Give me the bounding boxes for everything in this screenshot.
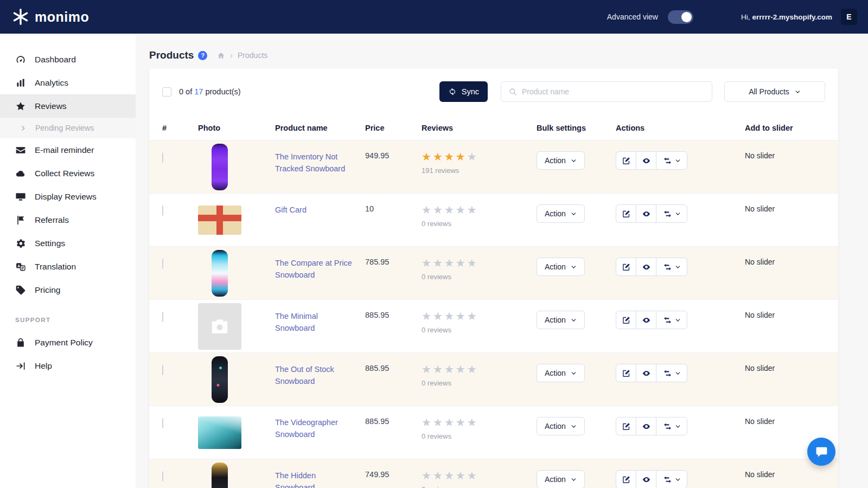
select-all-checkbox[interactable] [162,87,171,97]
product-price: 749.95 [365,459,422,479]
action-dropdown[interactable]: Action [537,204,585,223]
product-filter-dropdown[interactable]: All Products [724,81,825,102]
sidebar-item-pricing[interactable]: Pricing [0,278,136,301]
swap-dropdown-button[interactable] [656,204,687,223]
star-icon: ★ [444,256,456,269]
row-checkbox[interactable] [162,152,163,163]
edit-button[interactable] [616,470,636,488]
star-icon: ★ [467,203,478,216]
chat-widget-button[interactable] [807,438,835,466]
search-input[interactable] [522,87,705,96]
product-photo [212,144,228,190]
row-photo-cell [198,406,275,459]
preview-button[interactable] [636,204,656,223]
preview-button[interactable] [636,470,656,488]
product-name-link[interactable]: The Compare at Price Snowboard [275,247,365,281]
sidebar-item-referrals[interactable]: Referrals [0,208,136,232]
sidebar-item-reviews[interactable]: Reviews [0,94,136,118]
advanced-view-toggle[interactable] [668,10,693,24]
swap-dropdown-button[interactable] [656,311,687,329]
svg-text:A: A [17,264,20,267]
edit-button[interactable] [616,151,636,170]
reviews-count: 0 reviews [422,432,537,440]
table-header-cell: Reviews [422,124,537,132]
star-icon: ★ [456,416,467,429]
slider-status: No slider [745,353,825,373]
chevron-down-icon [571,211,577,217]
bulk-settings-cell: Action [537,194,616,223]
star-icon: ★ [444,469,456,482]
action-dropdown[interactable]: Action [537,151,585,170]
preview-button[interactable] [636,417,656,435]
row-photo-cell [198,247,275,300]
product-name-link[interactable]: The Minimal Snowboard [275,300,365,335]
advanced-view-label: Advanced view [607,12,658,21]
sidebar-item-help[interactable]: Help [0,354,136,377]
star-icon: ★ [433,469,444,482]
action-dropdown[interactable]: Action [537,470,585,488]
help-badge[interactable]: ? [198,51,207,60]
preview-button[interactable] [636,258,656,276]
product-name-link[interactable]: The Videographer Snowboard [275,406,365,441]
sidebar-item-display-reviews[interactable]: Display Reviews [0,185,136,208]
swap-dropdown-button[interactable] [656,470,687,488]
edit-button[interactable] [616,258,636,276]
row-checkbox[interactable] [162,206,163,216]
sync-button[interactable]: Sync [439,81,488,102]
row-checkbox-cell [162,406,198,428]
edit-icon [622,369,631,378]
actions-cell [616,300,745,329]
edit-button[interactable] [616,311,636,329]
account-name: errrrr-2.myshopify.com [752,13,832,21]
row-checkbox[interactable] [162,312,163,322]
product-name-link[interactable]: The Inventory Not Tracked Snowboard [275,140,365,175]
row-checkbox[interactable] [162,259,163,269]
row-checkbox[interactable] [162,418,163,428]
edit-button[interactable] [616,417,636,435]
topbar-right: Advanced view Hi,errrrr-2.myshopify.com … [607,9,868,25]
avatar[interactable]: E [841,9,857,25]
brand[interactable]: monimo [0,8,136,25]
breadcrumb-current[interactable]: Products [238,51,267,60]
action-label: Action [545,262,566,271]
row-checkbox[interactable] [162,471,163,481]
swap-dropdown-button[interactable] [656,258,687,276]
swap-dropdown-button[interactable] [656,151,687,170]
star-icon: ★ [422,416,433,429]
sidebar-item-pending-reviews[interactable]: Pending Reviews [0,118,136,138]
home-icon[interactable] [217,52,225,60]
action-dropdown[interactable]: Action [537,258,585,276]
sidebar-item-settings[interactable]: Settings [0,232,136,255]
preview-button[interactable] [636,151,656,170]
help-icon [15,361,26,371]
product-name-link[interactable]: The Hidden Snowboard [275,459,365,488]
sidebar-item-e-mail-reminder[interactable]: E-mail reminder [0,138,136,162]
row-checkbox[interactable] [162,365,163,375]
preview-button[interactable] [636,364,656,382]
reviews-cell: ★★★★★ 0 reviews [422,406,537,440]
product-name-link[interactable]: The Out of Stock Snowboard [275,353,365,388]
sidebar-item-translation[interactable]: A Translation [0,255,136,278]
sidebar-item-payment-policy[interactable]: Payment Policy [0,331,136,354]
swap-dropdown-button[interactable] [656,417,687,435]
action-dropdown[interactable]: Action [537,364,585,382]
sidebar-item-analytics[interactable]: Analytics [0,71,136,94]
product-name-link[interactable]: Gift Card [275,194,365,216]
preview-button[interactable] [636,311,656,329]
product-price: 885.95 [365,300,422,319]
action-dropdown[interactable]: Action [537,417,585,435]
slider-status: No slider [745,300,825,319]
edit-button[interactable] [616,364,636,382]
edit-button[interactable] [616,204,636,223]
support-section-header: SUPPORT [0,301,136,331]
star-icon: ★ [444,310,456,323]
sidebar-item-dashboard[interactable]: Dashboard [0,48,136,71]
search-icon [508,87,517,96]
sidebar-item-collect-reviews[interactable]: Collect Reviews [0,162,136,185]
row-checkbox-cell [162,247,198,269]
sidebar-support-nav: Payment Policy Help [0,331,136,377]
swap-dropdown-button[interactable] [656,364,687,382]
action-dropdown[interactable]: Action [537,311,585,329]
bulk-settings-cell: Action [537,140,616,170]
product-price: 10 [365,194,422,213]
